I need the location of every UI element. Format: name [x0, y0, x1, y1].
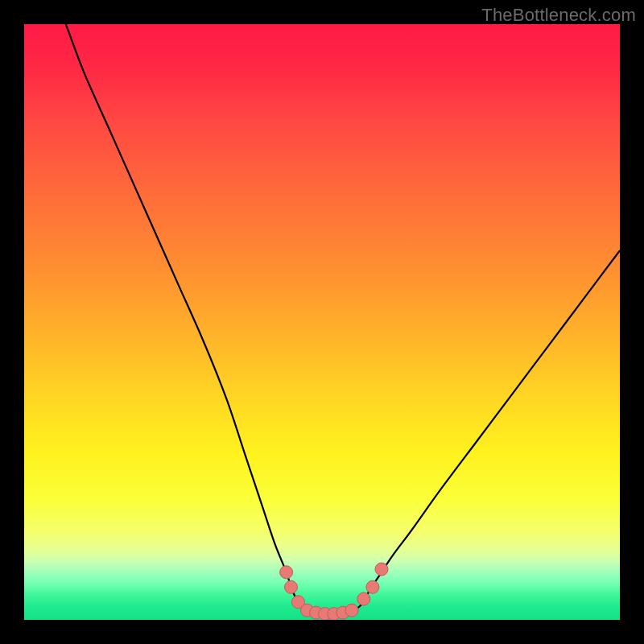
bottleneck-floor — [304, 608, 358, 613]
chart-frame: TheBottleneck.com — [0, 0, 644, 644]
data-marker — [310, 606, 323, 619]
data-marker — [336, 606, 349, 619]
bottleneck-right-curve — [357, 250, 620, 608]
data-marker — [375, 563, 388, 576]
data-marker — [301, 604, 314, 617]
marker-group — [280, 563, 388, 620]
bottleneck-left-curve — [66, 24, 304, 608]
watermark-label: TheBottleneck.com — [481, 5, 636, 26]
data-marker — [291, 596, 304, 609]
curve-layer — [24, 24, 620, 620]
data-marker — [357, 592, 370, 605]
plot-area — [24, 24, 620, 620]
data-marker — [319, 608, 332, 620]
data-marker — [280, 566, 293, 579]
data-marker — [345, 604, 358, 617]
data-marker — [366, 580, 379, 593]
data-marker — [285, 580, 298, 593]
data-marker — [328, 608, 341, 620]
